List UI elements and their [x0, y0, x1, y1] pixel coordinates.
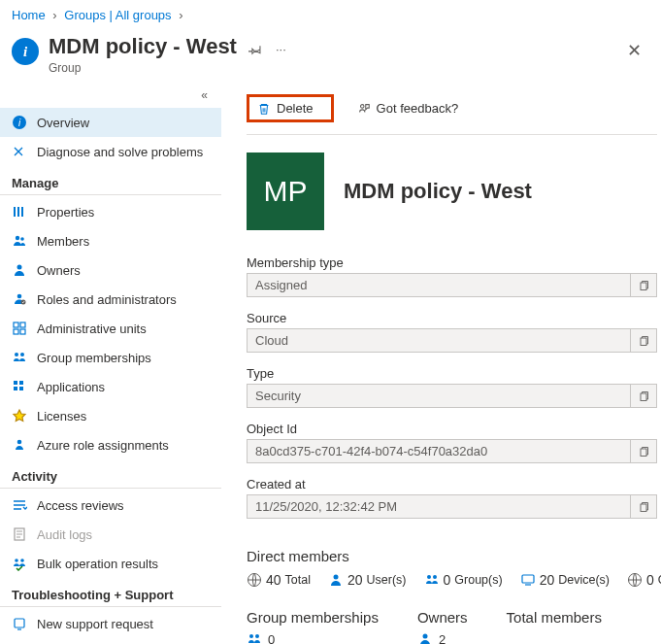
user-icon	[328, 572, 344, 588]
roles-icon	[12, 291, 27, 307]
sidebar-item-overview[interactable]: i Overview	[0, 108, 221, 137]
page-header: i MDM policy - West Group ··· ✕	[0, 30, 661, 86]
stat-others: 0 Other(s)	[627, 572, 661, 588]
footer-count: 2	[439, 632, 446, 645]
feedback-label: Got feedback?	[377, 101, 459, 116]
sidebar-item-label: Overview	[37, 116, 89, 130]
sidebar-item-label: Access reviews	[37, 498, 124, 513]
svg-rect-26	[641, 283, 646, 290]
sidebar-item-label: Members	[37, 234, 89, 249]
device-icon	[520, 572, 536, 588]
svg-rect-17	[19, 381, 23, 385]
breadcrumb-home[interactable]: Home	[12, 8, 46, 22]
direct-members-heading: Direct members	[247, 548, 657, 564]
pin-icon[interactable]	[248, 43, 262, 56]
svg-point-6	[20, 237, 24, 241]
field-object-id: Object Id 8a0cd375-c701-42f4-b074-c54f70…	[247, 422, 657, 463]
sidebar-item-properties[interactable]: Properties	[0, 197, 221, 226]
svg-point-7	[17, 265, 22, 270]
globe-icon	[627, 572, 643, 588]
stat-label: Group(s)	[454, 573, 502, 587]
svg-point-33	[427, 575, 431, 579]
sidebar-section-troubleshoot: Troubleshooting + Support	[0, 578, 221, 607]
sidebar-item-members[interactable]: Members	[0, 226, 221, 255]
footer-heading: Total members	[507, 609, 602, 626]
svg-point-8	[17, 294, 22, 299]
stat-count: 40	[266, 572, 281, 588]
group-memberships-icon	[12, 350, 27, 365]
trash-icon	[257, 102, 271, 116]
sidebar-item-owners[interactable]: Owners	[0, 255, 221, 285]
licenses-icon	[12, 408, 27, 424]
field-value: Security	[247, 384, 630, 408]
sidebar-item-label: Audit logs	[37, 527, 92, 542]
feedback-button[interactable]: Got feedback?	[351, 97, 465, 119]
bulk-operation-icon	[12, 556, 27, 571]
user-icon	[417, 631, 433, 644]
copy-button[interactable]	[630, 328, 657, 353]
sidebar-item-label: Roles and administrators	[37, 292, 177, 307]
field-label: Type	[247, 366, 657, 381]
sidebar-item-roles[interactable]: Roles and administrators	[0, 285, 221, 314]
copy-button[interactable]	[630, 494, 657, 519]
close-icon[interactable]: ✕	[627, 34, 645, 61]
sidebar-item-audit-logs[interactable]: Audit logs	[0, 520, 221, 549]
footer-heading: Owners	[417, 609, 468, 626]
owners-icon	[12, 262, 27, 278]
feedback-icon	[357, 102, 371, 116]
svg-point-39	[422, 634, 427, 639]
footer-count: 0	[268, 632, 275, 645]
sidebar-item-group-memberships[interactable]: Group memberships	[0, 343, 221, 372]
sidebar-item-licenses[interactable]: Licenses	[0, 401, 221, 430]
field-membership-type: Membership type Assigned	[247, 255, 657, 297]
sidebar-item-azure-role[interactable]: Azure role assignments	[0, 430, 221, 459]
svg-point-22	[15, 559, 18, 562]
globe-icon	[247, 572, 262, 588]
diagnose-icon	[12, 144, 27, 159]
sidebar-item-diagnose[interactable]: Diagnose and solve problems	[0, 137, 221, 166]
sidebar-item-applications[interactable]: Applications	[0, 372, 221, 401]
svg-rect-24	[15, 619, 24, 627]
copy-button[interactable]	[630, 384, 657, 408]
svg-point-23	[20, 559, 24, 562]
chevron-right-icon: ›	[179, 8, 182, 22]
info-icon: i	[12, 38, 39, 65]
footer-stats: Group memberships 0 Owners 2 Total membe…	[247, 609, 657, 644]
sidebar-item-bulk-operation[interactable]: Bulk operation results	[0, 549, 221, 578]
sidebar-item-access-reviews[interactable]: Access reviews	[0, 491, 221, 520]
sidebar-item-new-support[interactable]: New support request	[0, 609, 221, 638]
sidebar-item-label: Azure role assignments	[37, 438, 169, 453]
svg-rect-10	[14, 322, 18, 327]
svg-rect-11	[20, 322, 25, 327]
azure-role-icon	[12, 437, 27, 453]
avatar: MP	[247, 153, 324, 230]
copy-button[interactable]	[630, 273, 657, 297]
more-icon[interactable]: ···	[276, 42, 286, 56]
stat-devices: 20 Device(s)	[520, 572, 610, 588]
stat-count: 0	[646, 572, 654, 588]
main-content: Delete Got feedback? MP MDM policy - Wes…	[221, 86, 661, 644]
svg-point-15	[20, 353, 24, 356]
sidebar-item-label: Administrative units	[37, 322, 147, 336]
collapse-sidebar-icon[interactable]: «	[0, 86, 221, 108]
svg-point-32	[333, 575, 338, 580]
svg-rect-3	[17, 207, 19, 217]
delete-label: Delete	[277, 101, 314, 116]
delete-button[interactable]: Delete	[247, 94, 334, 122]
sidebar-item-admin-units[interactable]: Administrative units	[0, 314, 221, 343]
svg-rect-18	[14, 387, 17, 390]
svg-point-25	[360, 104, 364, 108]
svg-point-5	[16, 236, 19, 240]
svg-rect-30	[641, 504, 646, 512]
breadcrumb-groups[interactable]: Groups | All groups	[64, 8, 171, 22]
stat-users: 20 User(s)	[328, 572, 407, 588]
sidebar-item-label: Applications	[37, 380, 105, 394]
members-icon	[12, 233, 27, 249]
audit-logs-icon	[12, 526, 27, 542]
sidebar-section-manage: Manage	[0, 166, 221, 195]
stat-label: Total	[285, 573, 311, 587]
copy-button[interactable]	[630, 439, 657, 463]
svg-rect-4	[21, 207, 23, 217]
toolbar: Delete Got feedback?	[247, 86, 657, 135]
admin-units-icon	[12, 321, 27, 336]
